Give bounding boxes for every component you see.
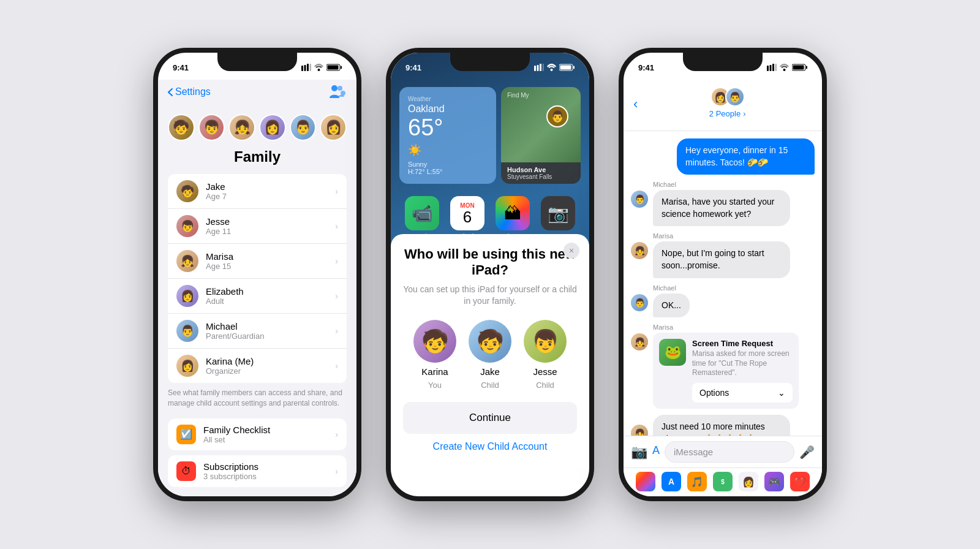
michael-sub: Parent/Guardian xyxy=(206,331,335,341)
jesse-sub: Age 11 xyxy=(206,227,335,236)
family-member-elizabeth[interactable]: 👩 Elizabeth Adult › xyxy=(168,279,347,314)
another-app-icon[interactable]: ❤️ xyxy=(790,472,810,491)
marisa-msg-avatar-2: 👧 xyxy=(631,333,648,350)
cash-app-icon[interactable]: $ xyxy=(713,472,733,491)
weather-widget: Weather Oakland 65° ☀️ Sunny H:72° L:55° xyxy=(399,87,496,184)
weather-sun-icon: ☀️ xyxy=(408,143,421,157)
modal-user-jake[interactable]: 🧒 Jake Child xyxy=(469,320,511,390)
create-child-account-link[interactable]: Create New Child Account xyxy=(403,441,577,452)
messages-back-button[interactable]: ‹ xyxy=(633,96,638,112)
options-chevron: ⌄ xyxy=(778,388,785,398)
svg-rect-7 xyxy=(328,66,339,70)
appstore-app-icon[interactable]: A xyxy=(662,472,681,491)
family-member-karina[interactable]: 👩 Karina (Me) Organizer › xyxy=(168,349,347,383)
weather-city: Oakland xyxy=(408,104,488,115)
karina-chevron: › xyxy=(335,361,338,371)
family-member-marisa[interactable]: 👧 Marisa Age 15 › xyxy=(168,244,347,279)
family-member-jesse[interactable]: 👦 Jesse Age 11 › xyxy=(168,209,347,244)
back-label-1: Settings xyxy=(175,86,211,97)
subscriptions-label: Subscriptions xyxy=(203,461,335,472)
elizabeth-name: Elizabeth xyxy=(206,286,335,297)
modal-user-karina[interactable]: 🧒 Karina You xyxy=(413,320,456,390)
app-suggestions-row: A 🎵 $ 👩 🎮 ❤️ xyxy=(624,468,822,496)
michael-msg-avatar: 👨 xyxy=(631,191,648,208)
screen-time-request-card: 🐸 Screen Time Request Marisa asked for m… xyxy=(653,333,799,409)
sent-message-tacos: Hey everyone, dinner in 15 minutes. Taco… xyxy=(631,138,815,175)
phone-2-ipad-setup: 9:41 Weather Oakland 65° ☀️ Sunny H xyxy=(386,48,594,501)
group-name-row[interactable]: 2 People › xyxy=(709,109,746,118)
marisa-bubble-3: Just need 10 more minutes pleeeease 🙏🙏🙏🙏… xyxy=(653,415,790,436)
michael-msg-content: Michael Marisa, have you started your sc… xyxy=(653,181,815,226)
marisa-info: Marisa Age 15 xyxy=(206,251,335,271)
memoji-app-icon[interactable]: 👩 xyxy=(739,472,758,491)
subscriptions-sub: 3 subscriptions xyxy=(203,472,335,481)
svg-rect-19 xyxy=(767,66,769,71)
family-member-jake[interactable]: 🧒 Jake Age 7 › xyxy=(168,174,347,209)
marisa-msg-content-3: Just need 10 more minutes pleeeease 🙏🙏🙏🙏… xyxy=(653,415,815,436)
subscriptions-info: Subscriptions 3 subscriptions xyxy=(203,461,335,481)
microphone-icon[interactable]: 🎤 xyxy=(799,445,815,460)
jake-name: Jake xyxy=(206,181,335,192)
continue-button[interactable]: Continue xyxy=(403,402,577,434)
svg-rect-17 xyxy=(573,66,575,69)
camera-app[interactable]: 📷 Camera xyxy=(541,196,575,239)
elizabeth-chevron: › xyxy=(335,291,338,301)
jesse-name: Jesse xyxy=(206,216,335,227)
findmy-avatar: 👨 xyxy=(546,105,568,127)
modal-user-jesse[interactable]: 👦 Jesse Child xyxy=(524,320,567,390)
messages-header: ‹ 👩 👨 2 People › xyxy=(624,80,822,131)
group-avatars: 👩 👨 xyxy=(710,87,745,107)
time-2: 9:41 xyxy=(405,63,421,72)
subscriptions-row[interactable]: ⏱ Subscriptions 3 subscriptions › xyxy=(168,455,347,487)
elizabeth-info: Elizabeth Adult xyxy=(206,286,335,306)
audio-app-icon[interactable]: 🎵 xyxy=(687,472,707,491)
family-member-michael[interactable]: 👨 Michael Parent/Guardian › xyxy=(168,314,347,349)
group-info: 👩 👨 2 People › xyxy=(643,85,812,123)
michael-sender-label: Michael xyxy=(653,181,815,188)
svg-rect-3 xyxy=(310,64,312,71)
marisa-name: Marisa xyxy=(206,251,335,262)
elizabeth-avatar: 👩 xyxy=(176,285,198,307)
modal-subtitle: You can set up this iPad for yourself or… xyxy=(403,284,577,308)
family-avatar-michael: 👨 xyxy=(290,114,317,141)
status-bar-2: 9:41 xyxy=(391,53,589,80)
more-apps-icon[interactable]: 🎮 xyxy=(764,472,784,491)
received-marisa-screentime: 👧 Marisa 🐸 Screen Time Request Marisa as… xyxy=(631,324,815,409)
svg-point-9 xyxy=(337,86,342,91)
back-button-1[interactable]: Settings xyxy=(168,86,211,97)
photos-app-icon[interactable] xyxy=(636,472,655,491)
modal-close-button[interactable]: × xyxy=(564,243,579,259)
calendar-day: 6 xyxy=(463,209,472,225)
status-icons-3 xyxy=(767,64,807,71)
jake-modal-name: Jake xyxy=(480,366,500,377)
svg-rect-2 xyxy=(307,64,309,71)
received-michael-ok: 👨 Michael OK... xyxy=(631,284,815,318)
weather-temp: 65° xyxy=(408,115,488,141)
status-bar-3: 9:41 xyxy=(624,53,822,80)
screen-time-options[interactable]: Options ⌄ xyxy=(692,383,793,403)
checklist-info: Family Checklist All set xyxy=(203,425,335,444)
michael-bubble-2: OK... xyxy=(653,293,690,318)
photos-app[interactable]: 🏔 Photos xyxy=(496,196,530,239)
marisa-msg-avatar-3: 👧 xyxy=(631,425,648,436)
modal-users-row: 🧒 Karina You 🧒 Jake Child 👦 Jesse Child xyxy=(403,320,577,390)
cut-the-rope-icon: 🐸 xyxy=(659,339,686,366)
karina-modal-name: Karina xyxy=(421,366,448,377)
jake-info: Jake Age 7 xyxy=(206,181,335,201)
calendar-app[interactable]: MON 6 Calendar xyxy=(450,196,484,239)
michael-msg-avatar-2: 👨 xyxy=(631,294,648,311)
subscriptions-icon: ⏱ xyxy=(176,461,196,481)
family-checklist-row[interactable]: ☑️ Family Checklist All set › xyxy=(168,418,347,450)
family-footer-text: See what family members can access and s… xyxy=(158,383,356,414)
appstore-input-icon[interactable]: A xyxy=(652,444,660,460)
family-avatar-jake: 🧒 xyxy=(168,114,195,141)
camera-input-icon[interactable]: 📷 xyxy=(631,444,647,460)
family-sharing-icon[interactable] xyxy=(327,82,347,102)
facetime-app[interactable]: 📹 FaceTime xyxy=(405,196,439,239)
imessage-input[interactable]: iMessage xyxy=(665,441,794,463)
svg-point-4 xyxy=(318,69,320,71)
nav-header-1: Settings xyxy=(158,80,356,107)
family-avatar-marisa: 👧 xyxy=(228,114,255,141)
michael-name: Michael xyxy=(206,321,335,331)
family-avatar-karina: 👩 xyxy=(320,114,347,141)
